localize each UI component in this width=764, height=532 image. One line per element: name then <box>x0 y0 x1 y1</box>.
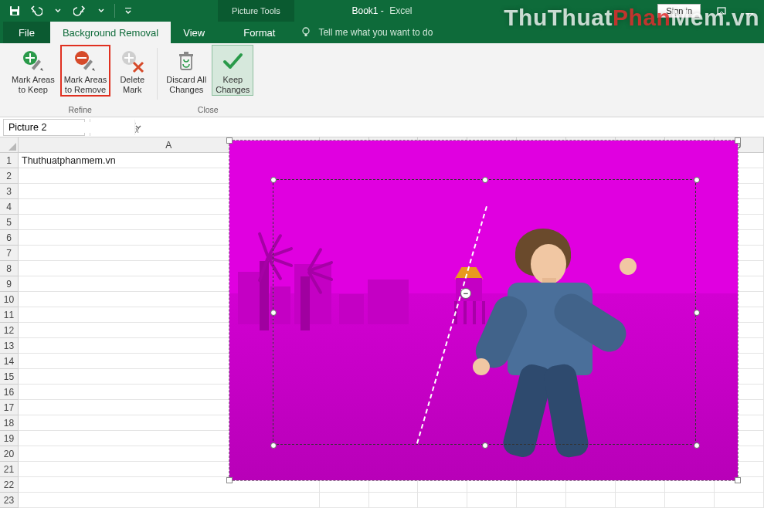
svg-marker-12 <box>40 68 43 71</box>
row-header[interactable]: 22 <box>0 477 19 493</box>
svg-rect-4 <box>718 8 725 14</box>
row-header[interactable]: 7 <box>0 246 19 261</box>
cell[interactable] <box>665 493 715 508</box>
svg-rect-1 <box>12 6 18 9</box>
ribbon-tabs: File Background Removal View Format Tell… <box>0 22 764 43</box>
row-header[interactable]: 20 <box>0 446 19 462</box>
cell[interactable] <box>616 493 665 508</box>
app-name: Excel <box>389 5 412 16</box>
row-header[interactable]: 4 <box>0 199 19 215</box>
delete-mark-icon <box>119 48 145 74</box>
cell[interactable] <box>369 493 419 508</box>
tell-me-placeholder: Tell me what you want to do <box>318 27 433 38</box>
picture-handle-se[interactable] <box>735 477 741 483</box>
save-button[interactable] <box>5 1 25 21</box>
row-header[interactable]: 15 <box>0 369 19 385</box>
sign-in-button[interactable]: Sign in <box>657 4 701 18</box>
undo-dropdown[interactable] <box>48 1 68 21</box>
picture-scene <box>229 141 738 480</box>
mark-areas-to-keep-button[interactable]: Mark Areas to Keep <box>8 45 59 97</box>
qat-customize-dropdown[interactable] <box>118 1 138 21</box>
cell[interactable] <box>715 493 764 508</box>
cell[interactable] <box>320 493 369 508</box>
discard-all-changes-button[interactable]: Discard All Changes <box>162 45 210 96</box>
cell[interactable] <box>418 493 467 508</box>
lightbulb-icon <box>300 26 312 39</box>
minus-pencil-icon <box>72 48 98 74</box>
svg-rect-19 <box>128 53 130 63</box>
mark-areas-to-remove-button[interactable]: Mark Areas to Remove <box>60 45 111 97</box>
minimize-button[interactable] <box>736 0 762 22</box>
cell[interactable] <box>566 493 616 508</box>
ribbon-group-label-close: Close <box>198 103 219 117</box>
foreground-kept-region <box>453 229 647 480</box>
checkmark-icon <box>219 48 246 74</box>
redo-button[interactable] <box>70 1 90 21</box>
name-box[interactable] <box>3 119 85 136</box>
quick-access-toolbar <box>0 1 138 21</box>
svg-point-6 <box>303 28 309 34</box>
formula-bar-input[interactable] <box>139 119 764 136</box>
row-header[interactable]: 23 <box>0 493 19 508</box>
removal-mark-node[interactable]: − <box>460 288 471 299</box>
document-title: Book1 <box>351 5 378 16</box>
row-header[interactable]: 9 <box>0 276 19 292</box>
row-header[interactable]: 16 <box>0 385 19 400</box>
tab-view[interactable]: View <box>171 22 217 43</box>
ribbon: Mark Areas to Keep Mark Areas to Remove … <box>0 43 764 117</box>
row-header[interactable]: 2 <box>0 168 19 184</box>
row-header[interactable]: 21 <box>0 462 19 477</box>
cell[interactable] <box>467 493 517 508</box>
title-bar: Picture Tools Book1 - Excel Sign in <box>0 0 764 22</box>
picture-tools-context-label: Picture Tools <box>218 0 294 22</box>
row-header[interactable]: 19 <box>0 431 19 446</box>
undo-button[interactable] <box>26 1 46 21</box>
name-box-input[interactable] <box>4 122 134 133</box>
svg-rect-5 <box>745 13 753 15</box>
ribbon-group-close: Discard All Changes Keep Changes Close <box>158 45 258 117</box>
tab-background-removal[interactable]: Background Removal <box>50 22 171 43</box>
svg-rect-14 <box>77 57 87 59</box>
row-header[interactable]: 5 <box>0 215 19 230</box>
row-header[interactable]: 6 <box>0 230 19 246</box>
picture-handle-nw[interactable] <box>226 137 233 144</box>
cell[interactable] <box>517 493 566 508</box>
row-header[interactable]: 8 <box>0 261 19 276</box>
svg-marker-16 <box>92 68 95 71</box>
svg-rect-10 <box>25 57 35 59</box>
row-header[interactable]: 3 <box>0 184 19 199</box>
name-box-dropdown[interactable] <box>134 120 141 135</box>
tab-file[interactable]: File <box>3 22 50 43</box>
select-all-button[interactable] <box>0 137 19 153</box>
tell-me-search[interactable]: Tell me what you want to do <box>300 22 433 43</box>
row-header[interactable]: 10 <box>0 292 19 307</box>
svg-rect-7 <box>305 34 307 36</box>
ribbon-group-refine: Mark Areas to Keep Mark Areas to Remove … <box>3 45 157 117</box>
delete-mark-button[interactable]: Delete Mark <box>112 45 152 97</box>
ribbon-display-options[interactable] <box>708 0 735 22</box>
spreadsheet-grid[interactable]: ABCDEFGHIJ 12345678910111213141516171819… <box>0 137 764 532</box>
row-header[interactable]: 17 <box>0 400 19 415</box>
recycle-bin-icon <box>173 48 199 74</box>
svg-rect-3 <box>125 8 131 8</box>
plus-pencil-icon <box>20 48 46 74</box>
svg-rect-2 <box>12 12 17 15</box>
formula-bar-row: fx <box>0 117 764 137</box>
redo-dropdown[interactable] <box>91 1 111 21</box>
ribbon-group-label-refine: Refine <box>68 103 91 117</box>
picture-handle-ne[interactable] <box>735 137 741 144</box>
picture-handle-sw[interactable] <box>226 477 233 483</box>
svg-rect-22 <box>184 52 188 54</box>
keep-changes-button[interactable]: Keep Changes <box>212 45 253 96</box>
inserted-picture[interactable]: − <box>229 140 739 481</box>
row-headers[interactable]: 1234567891011121314151617181920212223 <box>0 153 19 508</box>
row-header[interactable]: 14 <box>0 354 19 369</box>
tab-format[interactable]: Format <box>231 22 287 43</box>
row-header[interactable]: 12 <box>0 323 19 338</box>
row-header[interactable]: 18 <box>0 415 19 431</box>
row-header[interactable]: 13 <box>0 338 19 354</box>
row-header[interactable]: 1 <box>0 153 19 168</box>
row-header[interactable]: 11 <box>0 307 19 323</box>
cell[interactable] <box>19 493 320 508</box>
window-title: Book1 - Excel <box>351 5 412 16</box>
